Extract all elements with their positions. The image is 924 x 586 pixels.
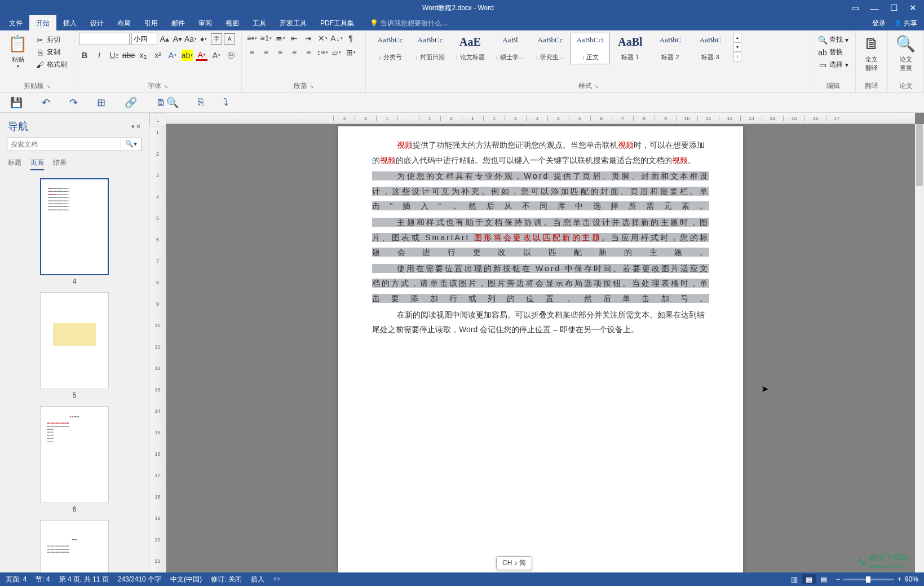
line-spacing-button[interactable]: ↕≡	[317, 47, 328, 58]
format-painter-button[interactable]: 🖌格式刷	[33, 59, 69, 70]
paste-button[interactable]: 📋粘贴▾	[5, 33, 31, 71]
italic-button[interactable]: I	[94, 50, 105, 61]
style-3[interactable]: AaBbC标题 3	[691, 33, 730, 64]
clipboard-launcher-icon[interactable]: ↘	[46, 83, 51, 89]
multilevel-button[interactable]: ≣	[275, 33, 286, 44]
view-web-button[interactable]: ▤	[817, 574, 830, 584]
ruler-toggle[interactable]: L	[149, 113, 166, 126]
nav-tab-results[interactable]: 结果	[53, 158, 67, 170]
qat-link-button[interactable]: 🔗	[125, 96, 137, 109]
styles-launcher-icon[interactable]: ↘	[594, 83, 599, 89]
ime-indicator[interactable]: CH ♪ 简	[496, 556, 532, 570]
text-effects-button[interactable]: A	[167, 50, 178, 61]
paragraph-launcher-icon[interactable]: ↘	[310, 83, 314, 89]
sort-button[interactable]: A↓	[331, 33, 342, 44]
tab-references[interactable]: 引用	[138, 15, 165, 32]
underline-button[interactable]: U	[108, 50, 120, 61]
nav-search-input[interactable]	[7, 138, 120, 151]
page-thumb-4[interactable]: ■■■■■■■■■■■■■■■■■■■■■■■■■■■■■■■■■■■■■■■■…	[40, 178, 109, 275]
login-button[interactable]: 登录	[872, 19, 886, 28]
nav-close-icon[interactable]: ✕	[136, 123, 141, 130]
style-[interactable]: AaBbCc↓ 分类号	[370, 33, 410, 64]
highlight-button[interactable]: ab	[182, 50, 193, 61]
subscript-button[interactable]: x₂	[138, 50, 149, 61]
page-thumb-7[interactable]: ■■■■■■■■■■■■■■■■■■■■■■■■■■■■■■■■■■■■■■■■…	[40, 520, 109, 572]
zoom-out-button[interactable]: −	[836, 575, 840, 583]
style-1[interactable]: AaBl标题 1	[611, 33, 650, 64]
tab-mailings[interactable]: 邮件	[165, 15, 192, 32]
close-button[interactable]: ✕	[904, 2, 922, 14]
status-words[interactable]: 243/2410 个字	[118, 575, 161, 584]
style-[interactable]: AaE↓ 论文标题	[450, 33, 490, 64]
tab-insert[interactable]: 插入	[56, 15, 83, 32]
horizontal-ruler[interactable]: 3211211234567891011121314151617	[166, 113, 915, 124]
font-color-button[interactable]: A	[196, 50, 207, 61]
view-print-button[interactable]: ▦	[802, 574, 816, 584]
tell-me-search[interactable]: 💡 告诉我您想要做什么…	[370, 19, 448, 28]
copy-button[interactable]: ⎘复制	[33, 47, 69, 58]
tab-tools[interactable]: 工具	[246, 15, 273, 32]
nav-tab-headings[interactable]: 标题	[8, 158, 21, 170]
qat-undo-button[interactable]: ↶	[42, 96, 50, 109]
char-shading-button[interactable]: A	[211, 50, 222, 61]
qat-save-button[interactable]: 💾	[10, 96, 23, 109]
nav-tab-pages[interactable]: 页面	[30, 158, 44, 170]
tab-design[interactable]: 设计	[83, 15, 110, 32]
find-button[interactable]: 🔍查找 ▾	[816, 34, 851, 45]
char-border-button[interactable]: A	[224, 33, 235, 45]
tab-view[interactable]: 视图	[219, 15, 246, 32]
tab-file[interactable]: 文件	[2, 15, 29, 32]
tab-dev[interactable]: 开发工具	[273, 15, 313, 32]
cut-button[interactable]: ✂剪切	[33, 34, 69, 45]
status-language[interactable]: 中文(中国)	[170, 575, 202, 584]
page-thumb-5[interactable]	[40, 292, 109, 389]
superscript-button[interactable]: x²	[152, 50, 163, 61]
style-scroll[interactable]: ▴▾⁞	[733, 33, 741, 61]
scrollbar-thumb[interactable]	[916, 124, 923, 186]
change-case-button[interactable]: Aa	[185, 33, 196, 45]
style-[interactable]: AaBbCcI↓ 正文	[571, 33, 610, 64]
strike-button[interactable]: abc	[123, 50, 134, 61]
status-insert[interactable]: 插入	[251, 575, 264, 584]
qat-pagebreak-button[interactable]: ⤵	[223, 96, 228, 108]
style-[interactable]: AaBbCc↓ 研究生…	[530, 33, 570, 64]
status-page[interactable]: 页面: 4	[6, 575, 26, 584]
status-track[interactable]: 修订: 关闭	[211, 575, 242, 584]
shading-button[interactable]: ▱	[331, 47, 342, 58]
status-pages[interactable]: 第 4 页, 共 11 页	[59, 575, 109, 584]
nav-dropdown-icon[interactable]: ▾	[131, 123, 135, 130]
zoom-slider-thumb[interactable]	[866, 576, 870, 583]
bold-button[interactable]: B	[79, 50, 90, 61]
style-[interactable]: AaBl↓ 硕士学…	[490, 33, 530, 64]
translate-button[interactable]: 🗎全文翻译	[860, 33, 883, 73]
align-left-button[interactable]: ≡	[246, 47, 258, 58]
page-viewport[interactable]: 视频提供了功能强大的方法帮助您证明您的观点。当您单击联机视频时，可以在想要添加的…	[166, 124, 915, 572]
tab-layout[interactable]: 布局	[110, 15, 138, 32]
replace-button[interactable]: ab替换	[816, 47, 851, 58]
phonetic-guide-button[interactable]: 字	[211, 33, 222, 45]
borders-button[interactable]: ⊞	[345, 47, 356, 58]
minimize-button[interactable]: —	[865, 2, 883, 14]
grow-font-button[interactable]: A▴	[159, 33, 170, 45]
zoom-in-button[interactable]: +	[898, 575, 901, 583]
font-name-input[interactable]	[79, 33, 130, 45]
style-[interactable]: AaBbCc↓ 封面日期	[410, 33, 450, 64]
share-button[interactable]: 👤 共享	[894, 19, 917, 28]
increase-indent-button[interactable]: ⇥	[303, 33, 314, 44]
numbering-button[interactable]: ≡1	[260, 33, 272, 44]
font-size-input[interactable]	[131, 33, 157, 45]
ribbon-options-button[interactable]: ▭	[846, 2, 864, 14]
page-thumb-6[interactable]: ■ ■ ■■■■■■■■■■■■■■■■■■■■■■■■■■■■■■■■■■■■…	[40, 406, 109, 503]
shrink-font-button[interactable]: A▾	[172, 33, 183, 45]
search-icon[interactable]: 🔍▾	[120, 138, 142, 151]
vertical-scrollbar[interactable]	[915, 124, 924, 572]
maximize-button[interactable]: ☐	[885, 2, 903, 14]
qat-table-button[interactable]: ⊞	[97, 96, 105, 109]
clear-formatting-button[interactable]: ♦	[198, 33, 209, 45]
paper-check-button[interactable]: 🔍论文查重	[892, 33, 919, 73]
zoom-slider[interactable]	[843, 579, 894, 580]
select-button[interactable]: ▭选择 ▾	[816, 59, 851, 70]
vertical-ruler[interactable]: 1234567891011121314151617181920212223	[149, 124, 166, 572]
show-marks-button[interactable]: ¶	[345, 33, 356, 44]
asian-layout-button[interactable]: ✕	[317, 33, 328, 44]
